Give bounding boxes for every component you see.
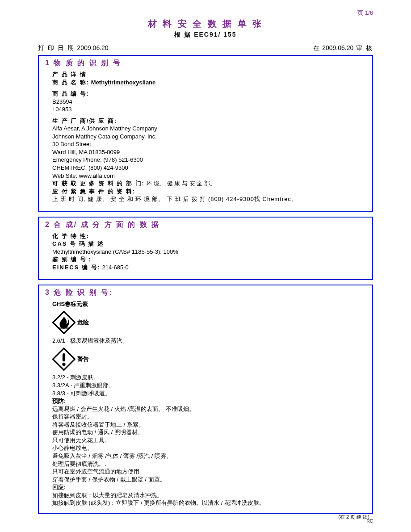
supplier-line: Alfa Aesar, A Johnson Matthey Company <box>52 125 366 133</box>
section-1-head: 1 物 质 的 识 别 号 <box>45 59 366 68</box>
prevention-label: 预防: <box>52 397 366 405</box>
danger-label: 危险 <box>77 318 89 327</box>
product-code-2: L04953 <box>52 105 366 113</box>
trade-name-row: 商 品 名 称: Methyltrimethoxysilane <box>52 79 366 87</box>
product-code-label: 商 品 编 号: <box>52 90 366 98</box>
prevention-line: 穿着保护手套 / 保护衣物 / 戴上眼罩 / 面罩。 <box>52 476 366 484</box>
info-dept-value: 环 境、 健 康 与 安 全 部。 <box>145 180 216 187</box>
prevention-line: 小心静电放电。 <box>52 444 366 452</box>
print-date-label: 打 印 日 期 <box>38 44 75 51</box>
print-date: 打 印 日 期 2009.06.20 <box>38 44 109 52</box>
section-1-identification: 1 物 质 的 识 别 号 产 品 详 情 商 品 名 称: Methyltri… <box>38 55 373 212</box>
prevention-line: 处理后要彻底清洗。. <box>52 460 366 468</box>
prevention-line: 只可在室外或空气流通的地方使用。 <box>52 468 366 476</box>
prevention-line: 将容器及接收仪器置于地上 / 系紧。 <box>52 421 366 429</box>
product-details-label: 产 品 详 情 <box>52 71 366 79</box>
product-code-1: B23594 <box>52 98 366 106</box>
emergency-label: 应 付 紧 急 事 件 的 资 料: <box>52 188 366 196</box>
supplier-label: 生 产 厂 商/供 应 商: <box>52 117 366 125</box>
review-suffix: 审 核 <box>356 44 373 51</box>
emergency-text: 上 班 时 间, 健 康、 安 全 和 环 境 部。 下 班 后 拨 打 (80… <box>52 195 366 203</box>
print-date-value: 2009.06.20 <box>77 44 109 51</box>
section-2-head: 2 合 成/ 成 分 方 面 的 数 据 <box>45 220 366 230</box>
chem-label: 化 学 特 性: <box>52 232 366 240</box>
prevention-line: 保持容器密封。 <box>52 413 366 421</box>
response-label: 回应: <box>52 483 366 491</box>
ghs-elements-label: GHS卷标元素 <box>52 300 366 308</box>
ghs-danger-row: 危险 <box>52 311 366 334</box>
svg-rect-1 <box>59 328 69 329</box>
supplier-line: Ward Hill, MA 01835-8099 <box>52 148 366 156</box>
einecs-row: EINECS 编 号: 214-685-0 <box>52 264 366 272</box>
response-line: 如接触到皮肤 (或头发)：立即脱下 / 更换所有弄脏的衣物。以清水 / 花洒冲洗… <box>52 499 366 507</box>
section-3-head: 3 危 险 识 别 号: <box>45 288 366 297</box>
einecs-value: 214-685-0 <box>101 264 129 271</box>
ghs-warning-row: 警告 <box>52 348 366 371</box>
page-number: 页 1/6 <box>38 9 373 17</box>
document-subtitle: 根 据 EEC91/ 155 <box>38 31 373 39</box>
supplier-line: CHEMTREC: (800) 424-9300 <box>52 164 366 172</box>
rc-mark: RC <box>38 519 373 524</box>
svg-point-4 <box>62 363 65 366</box>
info-dept-row: 可 获 取 更 多 资 料 的 部 门: 环 境、 健 康 与 安 全 部。 <box>52 180 366 188</box>
exclamation-icon <box>52 348 75 371</box>
svg-rect-3 <box>63 353 65 361</box>
info-dept-label: 可 获 取 更 多 资 料 的 部 门: <box>52 180 145 187</box>
review-at: 在 <box>313 44 319 51</box>
prevention-line: 只可使用无火花工具。 <box>52 436 366 444</box>
prevention-line: 避免吸入灰尘 / 烟雾 /气体 / 薄雾 /蒸汽 / 喷雾。 <box>52 452 366 460</box>
flame-icon <box>52 311 75 334</box>
section-2-composition: 2 合 成/ 成 分 方 面 的 数 据 化 学 特 性: CAS 号 码 描 … <box>38 217 373 281</box>
response-line: 如接触到皮肤：以大量的肥皂及清水冲洗。 <box>52 491 366 499</box>
cas-line: Methyltrimethoxysilane (CAS# 1185-55-3):… <box>52 248 366 256</box>
hazard-statements: 3.2/2 - 刺激皮肤。 3.3/2A - 严重刺激眼部。 3.8/3 - 可… <box>52 373 366 507</box>
section-3-hazards: 3 危 险 识 别 号: GHS卷标元素 危险 2.6/1 - 极度易燃液体及蒸… <box>38 285 373 514</box>
trade-name-label: 商 品 名 称: <box>52 79 89 86</box>
hazard-line: 3.3/2A - 严重刺激眼部。 <box>52 381 366 390</box>
trade-name: Methyltrimethoxysilane <box>91 79 156 86</box>
prevention-line: 远离易燃 / 会产生火花 / 火焰 /高温的表面。 不准吸烟。 <box>52 405 366 413</box>
supplier-line: Emergency Phone: (978) 521-6300 <box>52 156 366 164</box>
supplier-line: Web Site: www.alfa.com <box>52 172 366 180</box>
supplier-line: 30 Bond Street <box>52 140 366 148</box>
prevention-line: 使用防爆的电动 / 通风 / 照明器材。 <box>52 428 366 436</box>
danger-line: 2.6/1 - 极度易燃液体及蒸汽。 <box>52 337 366 345</box>
cas-label: CAS 号 码 描 述 <box>52 240 366 248</box>
hazard-line: 3.8/3 - 可刺激呼吸道。 <box>52 390 366 398</box>
document-title: 材 料 安 全 数 据 单 张 <box>38 18 373 30</box>
review-date: 在 2009.06.20 审 核 <box>313 44 373 52</box>
einecs-label: EINECS 编 号: <box>52 264 101 271</box>
header-info-row: 打 印 日 期 2009.06.20 在 2009.06.20 审 核 <box>38 44 373 52</box>
supplier-line: Johnson Matthey Catalog Company, Inc. <box>52 133 366 141</box>
review-date-value: 2009.06.20 <box>322 44 353 51</box>
warning-label: 警告 <box>77 355 89 363</box>
id-number-label: 鉴 别 编 号： <box>52 256 366 264</box>
continued-note: (在 2 页 继 续) <box>338 514 369 520</box>
hazard-line: 3.2/2 - 刺激皮肤。 <box>52 373 366 381</box>
page: 页 1/6 材 料 安 全 数 据 单 张 根 据 EEC91/ 155 打 印… <box>0 0 411 528</box>
